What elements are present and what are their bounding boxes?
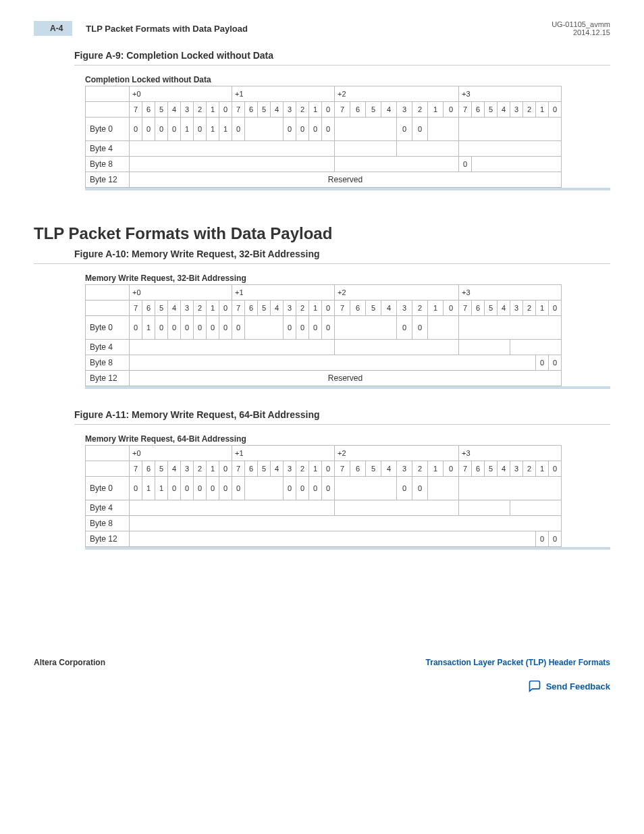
footer-left: Altera Corporation bbox=[34, 658, 105, 667]
byte8-row: Byte 8 00 bbox=[86, 355, 562, 371]
figure-a11-caption: Memory Write Request, 64-Bit Addressing bbox=[85, 434, 610, 444]
byte12-row: Byte 12 Reserved bbox=[86, 172, 562, 188]
figure-a11-title: Figure A-11: Memory Write Request, 64-Bi… bbox=[74, 409, 610, 420]
table-bottom-bar bbox=[85, 386, 610, 389]
byte12-row: Byte 12 00 bbox=[86, 531, 562, 547]
rule bbox=[74, 424, 610, 425]
table-bottom-bar bbox=[85, 547, 610, 550]
doc-id: UG-01105_avmm bbox=[552, 20, 610, 28]
byte0-row: Byte 0 00001011 00000 00 bbox=[86, 118, 562, 141]
byte-header-row: +0 +1 +2 +3 bbox=[86, 86, 562, 102]
figure-a9-table: +0 +1 +2 +3 76543210 76543210 76543210 7… bbox=[85, 86, 562, 188]
byte12-row: Byte 12 Reserved bbox=[86, 371, 562, 386]
bit-label-row: 76543210 76543210 76543210 76543210 bbox=[86, 102, 562, 118]
send-feedback-link[interactable]: Send Feedback bbox=[527, 679, 610, 693]
footer-link[interactable]: Transaction Layer Packet (TLP) Header Fo… bbox=[426, 658, 610, 667]
figure-a10-table: +0 +1 +2 +3 76543210 76543210 76543210 7… bbox=[85, 284, 562, 386]
table-bottom-bar bbox=[85, 188, 610, 190]
page-footer: Altera Corporation Transaction Layer Pac… bbox=[34, 658, 610, 667]
byte0-row: Byte 0 01100000 00000 00 bbox=[86, 477, 562, 500]
rule bbox=[74, 65, 610, 66]
page-number-tag: A-4 bbox=[34, 21, 72, 36]
page-header: A-4 TLP Packet Formats with Data Payload… bbox=[34, 20, 610, 36]
figure-a9-title: Figure A-9: Completion Locked without Da… bbox=[74, 50, 610, 61]
feedback-icon bbox=[527, 679, 542, 693]
doc-date: 2014.12.15 bbox=[552, 28, 610, 36]
rule bbox=[34, 263, 610, 264]
figure-a10-title: Figure A-10: Memory Write Request, 32-Bi… bbox=[74, 249, 610, 259]
section-heading: TLP Packet Formats with Data Payload bbox=[34, 224, 610, 243]
byte0-row: Byte 0 01000000 00000 00 bbox=[86, 316, 562, 340]
byte8-row: Byte 8 bbox=[86, 516, 562, 531]
figure-a11-table: +0 +1 +2 +3 76543210 76543210 76543210 7… bbox=[85, 445, 562, 547]
byte4-row: Byte 4 bbox=[86, 141, 562, 157]
figure-a10-caption: Memory Write Request, 32-Bit Addressing bbox=[85, 273, 610, 283]
byte4-row: Byte 4 bbox=[86, 340, 562, 355]
header-title: TLP Packet Formats with Data Payload bbox=[86, 24, 248, 34]
header-docinfo: UG-01105_avmm 2014.12.15 bbox=[552, 20, 610, 36]
byte4-row: Byte 4 bbox=[86, 500, 562, 516]
figure-a9-caption: Completion Locked without Data bbox=[85, 75, 610, 84]
byte8-row: Byte 8 0 bbox=[86, 157, 562, 172]
